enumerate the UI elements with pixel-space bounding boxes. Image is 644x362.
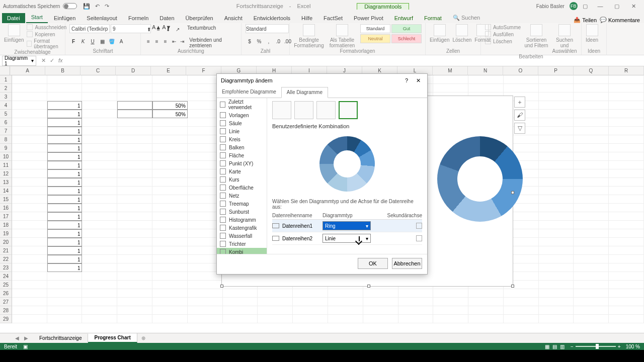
cell[interactable] [609, 315, 644, 323]
cell[interactable] [12, 187, 47, 195]
cell[interactable] [609, 238, 644, 246]
cell[interactable] [574, 229, 609, 238]
row-header-27[interactable]: 27 [0, 298, 12, 306]
cell[interactable] [609, 152, 644, 161]
combo-subtype-2[interactable] [294, 101, 313, 119]
cell[interactable] [117, 281, 152, 289]
ok-button[interactable]: OK [358, 258, 388, 269]
cell[interactable] [539, 246, 574, 255]
row-header-5[interactable]: 5 [0, 110, 12, 118]
cell[interactable] [468, 315, 504, 323]
cell[interactable] [12, 221, 47, 229]
cell[interactable] [152, 255, 188, 263]
cell[interactable] [609, 101, 644, 110]
cell[interactable] [433, 84, 468, 93]
cell[interactable] [82, 127, 117, 135]
cell[interactable] [82, 306, 117, 315]
cell[interactable] [363, 315, 398, 323]
chart-cat-kreis[interactable]: Kreis [217, 135, 267, 143]
cell[interactable] [574, 93, 609, 101]
cell[interactable]: 1 [47, 246, 83, 255]
row-header-12[interactable]: 12 [0, 169, 12, 178]
cell[interactable] [117, 127, 152, 135]
cell[interactable] [574, 152, 609, 161]
row-header-8[interactable]: 8 [0, 135, 12, 144]
dialog-close-icon[interactable]: ✕ [413, 77, 423, 84]
cell[interactable] [539, 298, 574, 306]
chart-cat-sunburst[interactable]: Sunburst [217, 208, 267, 216]
cell[interactable] [574, 84, 609, 93]
secondary-axis-checkbox-2[interactable] [416, 235, 422, 241]
row-header-3[interactable]: 3 [0, 93, 12, 101]
cell[interactable] [82, 178, 117, 187]
cell[interactable] [398, 289, 434, 298]
cell[interactable] [574, 306, 609, 315]
sheet-nav-next-icon[interactable]: ▶ [24, 335, 28, 341]
cell[interactable]: 1 [47, 238, 83, 246]
chart-cat-treemap[interactable]: Treemap [217, 200, 267, 208]
cell[interactable] [117, 84, 152, 93]
chart-cat-trichter[interactable]: Trichter [217, 240, 267, 248]
cell[interactable] [258, 315, 293, 323]
cell[interactable] [539, 187, 574, 195]
cell[interactable] [12, 281, 47, 289]
cell[interactable]: 1 [47, 161, 83, 169]
cell[interactable] [539, 229, 574, 238]
percent-icon[interactable]: % [255, 37, 263, 45]
maximize-icon[interactable]: ▢ [609, 3, 624, 10]
cell[interactable] [152, 272, 188, 281]
save-icon[interactable]: 💾 [83, 3, 90, 10]
cell[interactable] [82, 229, 117, 238]
cell[interactable]: 1 [47, 135, 83, 144]
cell[interactable] [117, 306, 152, 315]
indent-dec-icon[interactable]: ⇤ [171, 37, 178, 45]
cell[interactable] [152, 315, 188, 323]
chart-styles-icon[interactable]: 🖌 [514, 110, 525, 121]
currency-icon[interactable]: $ [246, 37, 254, 45]
fill-button[interactable]: Ausfüllen [485, 31, 521, 37]
cell[interactable] [152, 238, 188, 246]
cell[interactable] [82, 84, 117, 93]
cell[interactable] [609, 221, 644, 229]
col-header-E[interactable]: E [151, 66, 186, 75]
tab-entwurf[interactable]: Entwurf [389, 13, 418, 23]
cell[interactable] [293, 298, 328, 306]
cell[interactable] [539, 238, 574, 246]
cell[interactable]: 50% [152, 110, 188, 118]
cell[interactable] [12, 178, 47, 187]
cell[interactable] [539, 75, 574, 84]
cell[interactable] [609, 161, 644, 169]
row-header-15[interactable]: 15 [0, 195, 12, 204]
row-header-6[interactable]: 6 [0, 118, 12, 127]
tab-seitenlayout[interactable]: Seitenlayout [82, 13, 122, 23]
ribbon-display-icon[interactable]: ▢ [583, 3, 588, 10]
cell[interactable] [12, 315, 47, 323]
cell[interactable] [609, 178, 644, 187]
cell[interactable] [609, 75, 644, 84]
cell[interactable] [574, 127, 609, 135]
cell[interactable] [609, 255, 644, 263]
cell[interactable] [82, 169, 117, 178]
cell[interactable] [12, 195, 47, 204]
sheet-tab-progress[interactable]: Progress Chart [88, 333, 137, 343]
row-header-29[interactable]: 29 [0, 315, 12, 323]
dialog-help-icon[interactable]: ? [401, 77, 412, 83]
cell[interactable] [152, 152, 188, 161]
cell[interactable] [82, 118, 117, 127]
cell[interactable] [152, 93, 188, 101]
col-header-D[interactable]: D [116, 66, 151, 75]
view-pagelayout-icon[interactable]: ▤ [552, 344, 557, 349]
cell[interactable] [82, 144, 117, 152]
number-format[interactable] [246, 24, 289, 33]
fx-icon[interactable]: fx [58, 57, 63, 64]
tab-ueberpruefen[interactable]: Überprüfen [181, 13, 218, 23]
cell[interactable] [539, 101, 574, 110]
align-right-icon[interactable]: ≡ [162, 37, 169, 45]
cell[interactable] [504, 289, 539, 298]
col-header-N[interactable]: N [468, 66, 503, 75]
cell[interactable] [574, 161, 609, 169]
chart-cat-histogramm[interactable]: Histogramm [217, 216, 267, 224]
cell[interactable] [82, 263, 117, 272]
cell[interactable] [188, 281, 223, 289]
wrap-text-button[interactable]: Textumbruch [187, 25, 216, 33]
